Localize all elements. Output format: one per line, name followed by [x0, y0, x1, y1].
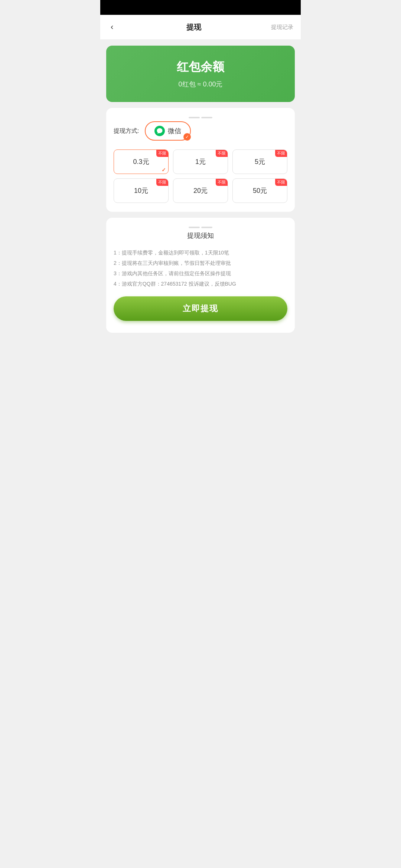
withdraw-method-label: 提现方式:: [114, 127, 139, 135]
amount-btn-2[interactable]: 不限 5元: [232, 149, 287, 174]
balance-amount: 0红包 ≈ 0.00元: [115, 80, 286, 89]
amount-value-2: 5元: [255, 158, 265, 165]
balance-title: 红包余额: [115, 59, 286, 75]
notice-item-3: 4：游戏官方QQ群：274653172 投诉建议，反馈BUG: [114, 279, 287, 289]
amount-badge-4: 不限: [216, 179, 228, 186]
amount-badge-2: 不限: [275, 150, 287, 157]
record-link[interactable]: 提现记录: [271, 24, 293, 31]
amount-grid: 不限 0.3元 不限 1元 不限 5元 不限 10元 不限 20元 不限 50元: [114, 149, 287, 203]
wechat-button[interactable]: 微信 ✓: [145, 121, 191, 141]
amount-badge-5: 不限: [275, 179, 287, 186]
notice-item-0: 1：提现手续费零，金额达到即可领取，1天限10笔: [114, 247, 287, 258]
amount-btn-4[interactable]: 不限 20元: [173, 178, 228, 203]
amount-badge-1: 不限: [216, 150, 228, 157]
header: ‹ 提现 提现记录: [100, 15, 301, 40]
balance-card: 红包余额 0红包 ≈ 0.00元: [106, 46, 295, 102]
amount-btn-5[interactable]: 不限 50元: [232, 178, 287, 203]
submit-button[interactable]: 立即提现: [114, 296, 287, 321]
amount-badge-3: 不限: [156, 179, 168, 186]
notice-item-1: 2：提现将在三天内审核到账，节假日暂不处理审批: [114, 258, 287, 268]
amount-value-5: 50元: [253, 187, 267, 194]
divider: [114, 117, 287, 118]
amount-value-1: 1元: [195, 158, 206, 165]
amount-badge-0: 不限: [156, 150, 168, 157]
wechat-check-icon: ✓: [183, 133, 191, 141]
wechat-icon: [154, 126, 165, 136]
notice-title: 提现须知: [114, 231, 287, 240]
amount-value-0: 0.3元: [133, 158, 149, 165]
bottom-space: [100, 333, 301, 407]
amount-btn-0[interactable]: 不限 0.3元: [114, 149, 169, 174]
notice-divider: [114, 227, 287, 228]
page-title: 提现: [186, 22, 201, 32]
notice-card: 提现须知 1：提现手续费零，金额达到即可领取，1天限10笔 2：提现将在三天内审…: [106, 218, 295, 333]
wechat-label: 微信: [168, 126, 181, 135]
amount-btn-1[interactable]: 不限 1元: [173, 149, 228, 174]
amount-value-4: 20元: [193, 187, 208, 194]
withdraw-card: 提现方式: 微信 ✓ 不限 0.3元 不限 1元 不限 5元 不限: [106, 108, 295, 212]
amount-btn-3[interactable]: 不限 10元: [114, 178, 169, 203]
back-button[interactable]: ‹: [108, 21, 116, 33]
amount-value-3: 10元: [134, 187, 148, 194]
status-bar: [100, 0, 301, 15]
withdraw-method-row: 提现方式: 微信 ✓: [114, 121, 287, 141]
notice-item-2: 3：游戏内其他任务区，请前往指定任务区操作提现: [114, 268, 287, 279]
